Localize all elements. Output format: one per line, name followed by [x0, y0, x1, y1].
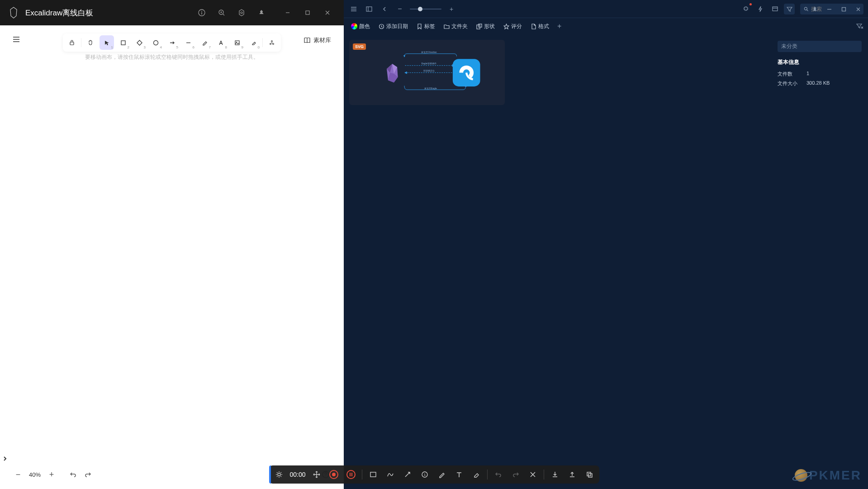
rec-pen-icon[interactable]: [436, 468, 448, 481]
rec-pause-button[interactable]: [345, 468, 357, 481]
rec-eraser-icon[interactable]: [470, 468, 483, 481]
zoom-plus-button[interactable]: +: [446, 4, 457, 14]
book-icon: [304, 37, 311, 43]
recording-toolbar: 00:00 1: [269, 465, 599, 484]
rec-move-icon[interactable]: [310, 468, 323, 481]
hand-tool[interactable]: [83, 35, 98, 50]
zoom-out-button[interactable]: −: [13, 469, 24, 480]
bottom-controls: − 40% +: [13, 469, 93, 480]
close-button[interactable]: [318, 5, 337, 20]
titlebar-right: [194, 5, 337, 21]
svg-rect-30: [587, 472, 591, 476]
svg-point-5: [241, 12, 242, 14]
selection-tool[interactable]: 1: [100, 35, 114, 50]
add-filter-button[interactable]: +: [555, 22, 564, 30]
bolt-icon[interactable]: [755, 4, 766, 14]
thumbnail-item[interactable]: SVG: [349, 40, 505, 105]
eraser-tool[interactable]: 0: [246, 35, 261, 50]
filter-rating[interactable]: 评分: [500, 21, 525, 32]
maximize-button[interactable]: [837, 4, 850, 14]
rectangle-tool[interactable]: 2: [116, 35, 130, 50]
arrow-tool[interactable]: 5: [165, 35, 179, 50]
rec-download-icon[interactable]: [549, 468, 561, 481]
minimize-button[interactable]: [279, 5, 297, 20]
eagle-topbar: − +: [344, 0, 868, 18]
svg-rect-8: [121, 41, 125, 45]
menu-icon[interactable]: [13, 36, 20, 43]
info-icon[interactable]: [194, 5, 210, 21]
rec-redo-icon[interactable]: [509, 468, 522, 481]
svg-rect-18: [366, 7, 372, 11]
svg-rect-6: [306, 11, 309, 14]
rec-timer: 00:00: [289, 471, 305, 478]
details-tabs: 未分类: [778, 41, 862, 52]
menu-icon[interactable]: [348, 4, 359, 14]
info-row-count: 文件数 1: [778, 71, 862, 77]
expand-chevron-icon[interactable]: [3, 455, 7, 462]
library-button[interactable]: 素材库: [304, 36, 331, 44]
rec-rect-icon[interactable]: [367, 468, 379, 481]
clock-icon: [378, 23, 384, 29]
eagle-app: − + 颜色 添加日期 标签 文件夹 形状 评分 格式 + SVG: [344, 0, 868, 489]
pin-icon[interactable]: [808, 4, 821, 14]
undo-button[interactable]: [68, 469, 79, 480]
diamond-tool[interactable]: 3: [132, 35, 147, 50]
ellipse-tool[interactable]: 4: [148, 35, 163, 50]
maximize-button[interactable]: [299, 5, 317, 20]
close-button[interactable]: [852, 4, 864, 14]
clear-filter-button[interactable]: [856, 23, 863, 29]
zoom-minus-button[interactable]: −: [394, 4, 405, 14]
redo-button[interactable]: [82, 469, 93, 480]
library-label: 素材库: [313, 36, 331, 44]
svg-point-1: [201, 11, 202, 12]
zoom-slider[interactable]: [410, 9, 441, 10]
image-tool[interactable]: 9: [230, 35, 244, 50]
minimize-button[interactable]: [823, 4, 835, 14]
zoom-in-button[interactable]: +: [46, 469, 57, 480]
window-icon[interactable]: [769, 4, 780, 14]
canvas-area[interactable]: 1 2 3 4 5 6 7 8 9 0 素材库 要移动画布，请按住鼠标滚轮或空格…: [0, 25, 344, 489]
filter-format[interactable]: 格式: [527, 21, 552, 32]
rec-upload-icon[interactable]: [566, 468, 579, 481]
rec-record-button[interactable]: [327, 468, 340, 481]
watermark: PKMER: [795, 468, 862, 483]
file-size-value: 300.28 KB: [806, 80, 830, 87]
rec-number-icon[interactable]: 1: [418, 468, 431, 481]
svg-rect-2: [201, 12, 202, 14]
arrow-label-top: 发送至Obsidian: [421, 51, 437, 53]
line-tool[interactable]: 6: [181, 35, 195, 50]
filter-folder[interactable]: 文件夹: [441, 21, 470, 32]
star-icon: [503, 23, 509, 29]
zoom-level[interactable]: 40%: [29, 471, 41, 478]
details-tab-uncategorized[interactable]: 未分类: [778, 41, 862, 52]
lock-tool[interactable]: [65, 35, 79, 50]
search-icon: [804, 6, 808, 12]
rec-freehand-icon[interactable]: [384, 468, 397, 481]
pin-icon[interactable]: [253, 5, 270, 21]
rec-arrow-icon[interactable]: [401, 468, 414, 481]
zoom-controls: − 40% +: [13, 469, 57, 480]
filter-shape[interactable]: 形状: [473, 21, 498, 32]
settings-icon[interactable]: [233, 5, 250, 21]
file-count-value: 1: [806, 71, 809, 77]
bookmark-icon: [416, 23, 422, 29]
rec-copy-icon[interactable]: [583, 468, 596, 481]
draw-tool[interactable]: 7: [197, 35, 212, 50]
frame-tool[interactable]: [265, 35, 279, 50]
shape-icon: [476, 23, 482, 29]
back-button[interactable]: [379, 4, 390, 14]
sidebar-toggle-icon[interactable]: [364, 4, 375, 14]
rec-close-icon[interactable]: [526, 468, 539, 481]
text-tool[interactable]: 8: [213, 35, 228, 50]
filter-icon[interactable]: [784, 4, 795, 14]
filter-color[interactable]: 颜色: [348, 21, 373, 32]
svg-rect-7: [70, 42, 74, 45]
undo-redo-group: [68, 469, 93, 480]
extension-icon[interactable]: [740, 4, 751, 14]
zoom-in-icon[interactable]: [213, 5, 230, 21]
rec-settings-icon[interactable]: [272, 468, 285, 481]
filter-tag[interactable]: 标签: [413, 21, 438, 32]
rec-text-icon[interactable]: [453, 468, 465, 481]
filter-date[interactable]: 添加日期: [375, 21, 411, 32]
rec-undo-icon[interactable]: [492, 468, 505, 481]
